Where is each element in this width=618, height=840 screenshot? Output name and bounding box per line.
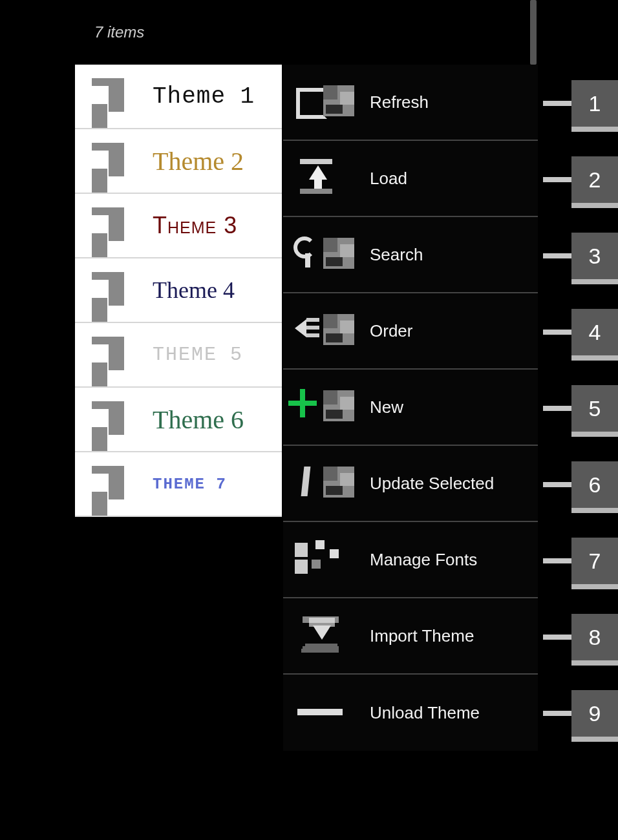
callout-8: 8 (543, 614, 618, 660)
theme-label: Theme 6 (153, 404, 244, 435)
menu-item-search[interactable]: Search (283, 217, 538, 293)
theme-label: Theme 4 (153, 277, 235, 304)
menu-label: Refresh (370, 92, 429, 112)
theme-label: Theme 3 (153, 212, 237, 239)
callout-3: 3 (543, 233, 618, 279)
menu-item-import-theme[interactable]: Import Theme (283, 598, 538, 675)
callout-line (543, 406, 571, 411)
menu-item-unload-theme[interactable]: Unload Theme (283, 675, 538, 751)
callout-line (543, 635, 571, 640)
theme-label: Theme 2 (153, 146, 244, 176)
menu-item-manage-fonts[interactable]: Manage Fonts (283, 522, 538, 598)
menu-label: Order (370, 321, 412, 341)
load-icon (293, 158, 356, 199)
callout-number: 2 (571, 156, 618, 203)
scrollbar[interactable] (530, 0, 537, 65)
theme-icon (89, 333, 133, 377)
callout-5: 5 (543, 385, 618, 432)
callout-2: 2 (543, 156, 618, 203)
callout-number: 9 (571, 690, 618, 737)
callout-line (543, 482, 571, 487)
menu-label: Search (370, 245, 423, 265)
callout-number: 7 (571, 538, 618, 584)
callout-1: 1 (543, 80, 618, 127)
refresh-icon (293, 81, 356, 123)
theme-item-2[interactable]: Theme 2 (75, 129, 282, 194)
menu-label: Unload Theme (370, 703, 480, 723)
callout-4: 4 (543, 309, 618, 355)
callout-9: 9 (543, 690, 618, 737)
update-icon (293, 463, 356, 504)
unload-icon (293, 692, 356, 733)
menu-label: New (370, 397, 403, 417)
menu-label: Import Theme (370, 626, 474, 646)
theme-item-6[interactable]: Theme 6 (75, 388, 282, 452)
callout-number: 8 (571, 614, 618, 660)
theme-icon (89, 204, 133, 247)
theme-item-1[interactable]: Theme 1 (75, 65, 282, 129)
theme-icon (89, 74, 133, 118)
callout-line (543, 558, 571, 563)
menu-item-order[interactable]: Order (283, 293, 538, 370)
theme-item-4[interactable]: Theme 4 (75, 258, 282, 323)
menu-label: Update Selected (370, 474, 494, 494)
fonts-icon (293, 539, 356, 580)
callout-line (543, 330, 571, 335)
callout-number: 6 (571, 461, 618, 508)
callout-number: 1 (571, 80, 618, 127)
callout-line (543, 711, 571, 716)
context-menu: Refresh Load Search Order New Update Sel… (283, 65, 538, 751)
menu-item-refresh[interactable]: Refresh (283, 65, 538, 141)
callout-number: 5 (571, 385, 618, 432)
callout-line (543, 177, 571, 182)
theme-label: Theme 1 (153, 83, 255, 110)
header-bar: 7 items (70, 0, 537, 65)
search-icon (293, 234, 356, 275)
callout-number: 4 (571, 309, 618, 355)
theme-icon (89, 397, 133, 441)
callout-7: 7 (543, 538, 618, 584)
theme-label: THEME 5 (153, 344, 243, 366)
item-count-label: 7 items (94, 23, 144, 41)
theme-item-5[interactable]: THEME 5 (75, 323, 282, 388)
menu-item-update-selected[interactable]: Update Selected (283, 446, 538, 522)
theme-icon (89, 139, 133, 183)
callout-6: 6 (543, 461, 618, 508)
new-plus-icon (293, 386, 356, 428)
theme-icon (89, 268, 133, 312)
theme-item-3[interactable]: Theme 3 (75, 194, 282, 258)
menu-item-new[interactable]: New (283, 370, 538, 446)
menu-label: Load (370, 169, 407, 189)
callout-line (543, 253, 571, 258)
order-icon (293, 310, 356, 352)
theme-list-panel: Theme 1 Theme 2 Theme 3 Theme 4 THEME 5 … (75, 65, 282, 517)
import-icon (293, 615, 356, 656)
theme-item-7[interactable]: THEME 7 (75, 452, 282, 517)
callout-line (543, 101, 571, 106)
menu-label: Manage Fonts (370, 550, 477, 570)
callout-number: 3 (571, 233, 618, 279)
theme-label: THEME 7 (153, 476, 227, 493)
menu-item-load[interactable]: Load (283, 141, 538, 217)
theme-icon (89, 462, 133, 506)
